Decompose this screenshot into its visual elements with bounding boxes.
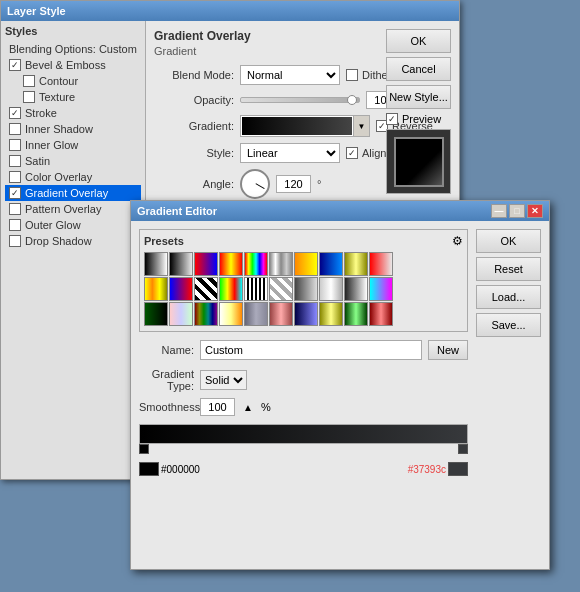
outer-glow-item[interactable]: Outer Glow [5, 217, 141, 233]
name-input[interactable] [200, 340, 422, 360]
opacity-thumb[interactable] [347, 95, 357, 105]
new-style-button[interactable]: New Style... [386, 85, 451, 109]
color-overlay-item[interactable]: Color Overlay [5, 169, 141, 185]
preset-neon[interactable] [369, 277, 393, 301]
preset-blue[interactable] [319, 252, 343, 276]
gradient-dropdown[interactable]: ▼ [240, 115, 370, 137]
preset-blue-red[interactable] [169, 277, 193, 301]
preset-stripes[interactable] [244, 277, 268, 301]
gradient-editor-window: Gradient Editor — □ ✕ Presets ⚙ [130, 200, 550, 570]
preset-dark-rainbow[interactable] [194, 302, 218, 326]
color-stop-1: #000000 [139, 462, 200, 476]
drop-shadow-checkbox[interactable] [9, 235, 21, 247]
color-stop-2: #37393c [408, 462, 468, 476]
angle-dial[interactable] [240, 169, 270, 199]
gradient-dropdown-arrow[interactable]: ▼ [353, 116, 369, 136]
ge-ok-button[interactable]: OK [476, 229, 541, 253]
blending-options-item[interactable]: Blending Options: Custom [5, 41, 141, 57]
ge-load-button[interactable]: Load... [476, 285, 541, 309]
arrow-up-icon[interactable]: ▲ [243, 402, 253, 413]
preset-pastel[interactable] [169, 302, 193, 326]
texture-item[interactable]: Texture [5, 89, 141, 105]
preview-checkbox[interactable] [386, 113, 398, 125]
degrees-sign: ° [317, 178, 321, 190]
color-labels: #000000 #37393c [139, 462, 468, 476]
preset-yellow-spec[interactable] [319, 302, 343, 326]
color-stop-left[interactable] [139, 444, 149, 454]
styles-header: Styles [5, 25, 141, 37]
gradient-type-row: Gradient Type: Solid [139, 368, 468, 392]
preset-copper[interactable] [269, 302, 293, 326]
blend-mode-select[interactable]: Normal [240, 65, 340, 85]
preset-bw[interactable] [144, 252, 168, 276]
color-swatch-2[interactable] [448, 462, 468, 476]
color-stop-right[interactable] [458, 444, 468, 454]
outer-glow-checkbox[interactable] [9, 219, 21, 231]
close-button[interactable]: ✕ [527, 204, 543, 218]
bevel-emboss-item[interactable]: Bevel & Emboss [5, 57, 141, 73]
ge-reset-button[interactable]: Reset [476, 257, 541, 281]
preset-rainbow[interactable] [244, 252, 268, 276]
color-overlay-checkbox[interactable] [9, 171, 21, 183]
ok-button[interactable]: OK [386, 29, 451, 53]
preset-warmth[interactable] [219, 302, 243, 326]
minimize-button[interactable]: — [491, 204, 507, 218]
smoothness-input[interactable] [200, 398, 235, 416]
preset-black[interactable] [169, 252, 193, 276]
preset-ry[interactable] [219, 252, 243, 276]
gradient-overlay-item[interactable]: Gradient Overlay [5, 185, 141, 201]
preset-steel[interactable] [244, 302, 268, 326]
preset-green-sheen[interactable] [344, 302, 368, 326]
inner-glow-checkbox[interactable] [9, 139, 21, 151]
ge-save-button[interactable]: Save... [476, 313, 541, 337]
style-select[interactable]: Linear [240, 143, 340, 163]
presets-label: Presets [144, 235, 184, 247]
preset-chrome[interactable] [269, 252, 293, 276]
pattern-overlay-item[interactable]: Pattern Overlay [5, 201, 141, 217]
align-layer-checkbox[interactable] [346, 147, 358, 159]
preset-green-to-black[interactable] [144, 302, 168, 326]
gradient-bar[interactable] [139, 424, 468, 444]
bevel-emboss-checkbox[interactable] [9, 59, 21, 71]
preview-label: Preview [402, 113, 441, 125]
preset-rb[interactable] [194, 252, 218, 276]
new-button[interactable]: New [428, 340, 468, 360]
angle-needle [256, 183, 265, 189]
preset-yellow-multi[interactable] [144, 277, 168, 301]
gradient-overlay-checkbox[interactable] [9, 187, 21, 199]
preset-red-to-trans[interactable] [369, 252, 393, 276]
preset-silver[interactable] [319, 277, 343, 301]
inner-shadow-checkbox[interactable] [9, 123, 21, 135]
satin-item[interactable]: Satin [5, 153, 141, 169]
color-swatch-1[interactable] [139, 462, 159, 476]
inner-shadow-item[interactable]: Inner Shadow [5, 121, 141, 137]
preset-red-spec[interactable] [369, 302, 393, 326]
preset-transparent-check[interactable] [269, 277, 293, 301]
contour-item[interactable]: Contour [5, 73, 141, 89]
inner-glow-item[interactable]: Inner Glow [5, 137, 141, 153]
opacity-slider[interactable] [240, 97, 360, 103]
preset-dark-to-white[interactable] [344, 277, 368, 301]
dither-checkbox[interactable] [346, 69, 358, 81]
preset-gold[interactable] [344, 252, 368, 276]
satin-checkbox[interactable] [9, 155, 21, 167]
stroke-item[interactable]: Stroke [5, 105, 141, 121]
preset-gray-grad[interactable] [294, 277, 318, 301]
angle-input[interactable] [276, 175, 311, 193]
texture-checkbox[interactable] [23, 91, 35, 103]
pattern-overlay-checkbox[interactable] [9, 203, 21, 215]
stroke-checkbox[interactable] [9, 107, 21, 119]
gradient-type-select[interactable]: Solid [200, 370, 247, 390]
right-buttons-panel: OK Cancel New Style... Preview [386, 29, 451, 194]
cancel-button[interactable]: Cancel [386, 57, 451, 81]
preset-green-rainbow[interactable] [219, 277, 243, 301]
gear-icon[interactable]: ⚙ [452, 234, 463, 248]
preset-orange[interactable] [294, 252, 318, 276]
gradient-preview [242, 117, 352, 135]
name-row: Name: New [139, 340, 468, 360]
drop-shadow-item[interactable]: Drop Shadow [5, 233, 141, 249]
preset-blue-grad[interactable] [294, 302, 318, 326]
preset-checkerboard[interactable] [194, 277, 218, 301]
maximize-button[interactable]: □ [509, 204, 525, 218]
contour-checkbox[interactable] [23, 75, 35, 87]
